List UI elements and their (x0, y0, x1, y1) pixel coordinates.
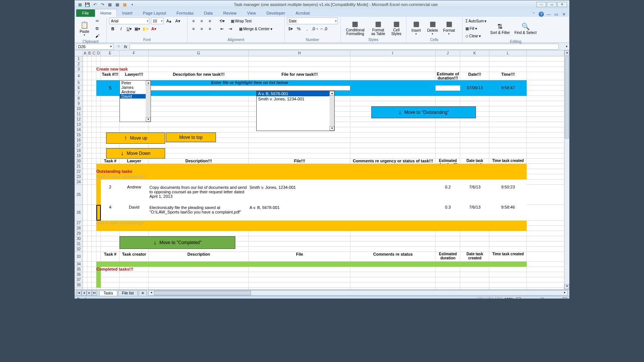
qat-item[interactable]: ▦ (122, 1, 128, 7)
tab-nav-prev-icon[interactable]: ◂ (81, 290, 87, 296)
qat-item[interactable]: ▦ (107, 1, 113, 7)
tab-home[interactable]: Home (95, 9, 117, 17)
qat-item[interactable]: ▦ (114, 1, 120, 7)
estimate-input[interactable] (436, 85, 460, 91)
row-header[interactable]: 26 (75, 205, 83, 221)
col-header[interactable]: L (489, 50, 527, 56)
hscroll-thumb[interactable] (154, 291, 251, 295)
sort-filter-button[interactable]: ⇅Sort & Filter (489, 21, 511, 35)
row-header[interactable]: 13 (75, 122, 83, 127)
file-tab[interactable]: File (76, 9, 95, 17)
description-input[interactable] (149, 85, 350, 91)
redo-icon[interactable]: ↷ (99, 1, 105, 7)
fill-button[interactable]: ▦ Fill ▾ (465, 25, 487, 32)
font-size-select[interactable]: 10 (151, 18, 164, 24)
orientation-icon[interactable]: ⟲▾ (218, 18, 226, 24)
file-listbox[interactable]: A v. B, 5678-001Smith v. Jones, 1234-001… (256, 91, 335, 131)
tab-data[interactable]: Data (199, 9, 218, 17)
name-box[interactable]: D26▾ (76, 44, 114, 50)
row-header[interactable]: 20 (75, 159, 83, 164)
fx-icon[interactable]: fx (122, 44, 130, 49)
col-header[interactable]: H (249, 50, 350, 56)
new-sheet-tab[interactable]: ✳ (139, 290, 147, 296)
minimize-button[interactable]: — (536, 2, 546, 7)
number-format-select[interactable]: Date (287, 18, 338, 24)
row-header[interactable]: 3 (75, 67, 83, 72)
row-header[interactable]: 30 (75, 236, 83, 241)
cancel-formula-icon[interactable]: ✕ (115, 44, 122, 49)
format-painter-icon[interactable]: 🖌 (93, 32, 101, 39)
row-header[interactable]: 27 (75, 221, 83, 226)
row-header[interactable]: 17 (75, 143, 83, 148)
scroll-left-icon[interactable]: ◂ (149, 291, 154, 295)
sheet-tab-tasks[interactable]: Tasks (99, 290, 117, 296)
col-header[interactable]: F (120, 50, 149, 56)
row-header[interactable]: 9 (75, 101, 83, 106)
workbook-restore-icon[interactable]: ▭ (554, 12, 559, 17)
row-header[interactable]: 28 (75, 226, 83, 231)
find-select-button[interactable]: 🔍Find & Select (513, 21, 538, 35)
tab-review[interactable]: Review (218, 9, 242, 17)
zoom-out-icon[interactable]: − (516, 297, 521, 299)
clear-button[interactable]: ◇ Clear ▾ (465, 32, 487, 39)
col-header[interactable]: I (350, 50, 436, 56)
scroll-up-icon[interactable]: ▴ (564, 50, 569, 56)
tab-acrobat[interactable]: Acrobat (290, 9, 315, 17)
move-up-button[interactable]: ↑ Move up (106, 132, 165, 144)
sheet-tab-file-list[interactable]: File list (118, 290, 138, 296)
vertical-scrollbar[interactable]: ▴ ▾ (564, 50, 569, 289)
col-header[interactable]: A (83, 50, 87, 56)
row-header[interactable]: 31 (75, 241, 83, 247)
tab-nav-first-icon[interactable]: I◂ (76, 290, 81, 296)
row-header[interactable]: 21 (75, 164, 83, 169)
increase-indent-icon[interactable]: ⇥ (226, 25, 234, 32)
formula-bar[interactable] (130, 44, 559, 50)
row-header[interactable]: 29 (75, 231, 83, 236)
scroll-thumb[interactable] (565, 56, 569, 138)
col-header[interactable]: E (101, 50, 120, 56)
col-header[interactable]: J (436, 50, 460, 56)
format-cells-button[interactable]: ▦Format▾ (442, 19, 456, 36)
row-header[interactable]: 10 (75, 106, 83, 112)
row-header[interactable]: 4 (75, 72, 83, 80)
row-header[interactable]: 16 (75, 138, 83, 143)
move-down-button[interactable]: ↓ Move Down (106, 148, 165, 159)
row-header[interactable]: 23 (75, 174, 83, 180)
row-header[interactable]: 35 (75, 267, 83, 272)
paste-button[interactable]: 📋Paste▾ (77, 20, 92, 37)
decrease-decimal-icon[interactable]: ←.0 (320, 25, 327, 32)
row-header[interactable]: 15 (75, 132, 83, 138)
insert-cells-button[interactable]: ▦Insert▾ (409, 19, 424, 36)
tab-formulas[interactable]: Formulas (171, 9, 199, 17)
move-to-completed-button[interactable]: ↓ Move to "Completed" (120, 236, 235, 249)
row-header[interactable]: 24 (75, 180, 83, 185)
borders-icon[interactable]: ▦▾ (134, 25, 141, 32)
workbook-close-icon[interactable]: ✕ (561, 12, 566, 17)
row-header[interactable]: 14 (75, 127, 83, 132)
row-header[interactable]: 25 (75, 185, 83, 205)
row-header[interactable]: 11 (75, 112, 83, 117)
col-header[interactable]: C (92, 50, 96, 56)
align-middle-icon[interactable]: ≡ (198, 18, 205, 24)
col-header[interactable]: B (87, 50, 92, 56)
worksheet[interactable]: ABCDEFGHIJKL 123456789101112131415161718… (75, 50, 569, 289)
row-header[interactable]: 32 (75, 247, 83, 252)
file-option[interactable]: A v. B, 5678-001 (257, 91, 334, 96)
tab-insert[interactable]: Insert (117, 9, 138, 17)
tab-nav-next-icon[interactable]: ▸ (87, 290, 92, 296)
move-to-outstanding-button[interactable]: ↓ Move to "Outstanding" (371, 106, 476, 118)
row-header[interactable]: 18 (75, 148, 83, 153)
page-break-view-icon[interactable]: ▤ (495, 297, 502, 299)
lawyer-listbox[interactable]: PeterJamesAndrewDavid▴▾ (120, 80, 151, 122)
tab-page-layout[interactable]: Page Layout (138, 9, 171, 17)
underline-icon[interactable]: U▾ (126, 25, 133, 32)
copy-icon[interactable]: ⧉ (93, 25, 101, 32)
page-layout-view-icon[interactable]: ▥ (486, 297, 493, 299)
row-header[interactable]: 12 (75, 117, 83, 122)
increase-decimal-icon[interactable]: .0→ (312, 25, 319, 32)
row-header[interactable]: 19 (75, 153, 83, 159)
save-icon[interactable]: 💾 (84, 1, 90, 7)
cut-icon[interactable]: ✂ (93, 18, 101, 24)
zoom-level[interactable]: 100% (504, 297, 514, 299)
row-header[interactable]: 34 (75, 262, 83, 267)
